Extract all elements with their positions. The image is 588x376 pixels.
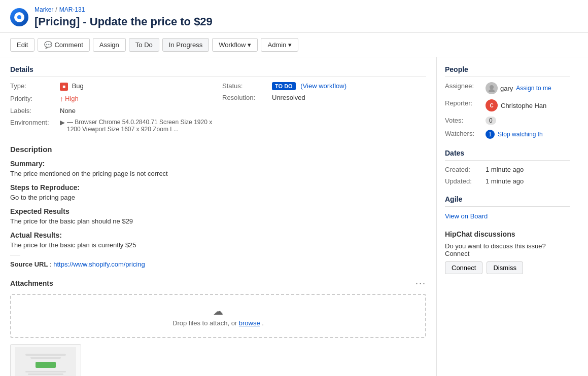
people-section-title: People <box>445 65 570 77</box>
watchers-value: 1 Stop watching th <box>486 130 543 139</box>
priority-label: Priority: <box>10 95 56 102</box>
hipchat-title: HipChat discussions <box>445 230 570 238</box>
svg-point-1 <box>489 89 495 92</box>
summary-text: The price mentioned on the pricing page … <box>10 170 426 177</box>
upload-icon: ☁ <box>21 305 415 317</box>
breadcrumb-project[interactable]: Marker <box>34 6 53 13</box>
votes-badge: 0 <box>486 117 496 125</box>
description-section-title: Description <box>10 145 426 154</box>
drop-text: Drop files to attach, or <box>172 319 239 327</box>
assign-button[interactable]: Assign <box>93 38 126 52</box>
details-section-title: Details <box>10 65 426 77</box>
divider <box>10 255 20 255</box>
bug-icon: ■ <box>60 83 68 91</box>
source-url-link[interactable]: https://www.shopify.com/pricing <box>53 260 145 268</box>
reporter-name: Christophe Han <box>501 102 546 109</box>
resolution-label: Resolution: <box>222 94 268 101</box>
steps-label: Steps to Reproduce: <box>10 183 426 192</box>
browse-suffix: . <box>262 319 264 327</box>
source-url-row: Source URL : https://www.shopify.com/pri… <box>10 260 426 268</box>
assignee-avatar <box>486 82 498 94</box>
priority-arrow-icon: ↑ <box>60 95 63 103</box>
status-label: Status: <box>222 82 268 90</box>
todo-button[interactable]: To Do <box>129 38 159 52</box>
votes-label: Votes: <box>445 117 486 124</box>
env-expand-icon[interactable]: ▶ <box>60 119 65 126</box>
reporter-label: Reporter: <box>445 99 486 107</box>
actual-label: Actual Results: <box>10 231 426 239</box>
in-progress-button[interactable]: In Progress <box>162 38 209 52</box>
attachment-thumbnail <box>10 344 81 377</box>
view-on-board-link[interactable]: View on Board <box>445 212 488 220</box>
reporter-avatar: C <box>486 99 498 111</box>
updated-label: Updated: <box>445 177 486 185</box>
watchers-badge: 1 <box>486 130 495 139</box>
steps-text: Go to the pricing page <box>10 194 426 201</box>
toolbar: Edit 💬 Comment Assign To Do In Progress … <box>0 33 588 57</box>
dismiss-button[interactable]: Dismiss <box>487 261 523 274</box>
assignee-value: gary Assign to me <box>486 82 551 94</box>
labels-label: Labels: <box>10 107 56 115</box>
page-title: [Pricing] - Update the price to $29 <box>34 15 213 28</box>
status-value: TO DO (View workflow) <box>272 82 347 90</box>
labels-value: None <box>60 107 76 115</box>
stop-watching-link[interactable]: Stop watching th <box>498 131 543 138</box>
admin-chevron-icon: ▾ <box>288 41 292 49</box>
actual-text: The price for the basic plan is currentl… <box>10 241 426 249</box>
expected-label: Expected Results <box>10 207 426 215</box>
environment-label: Environment: <box>10 119 56 126</box>
status-badge: TO DO <box>272 82 296 90</box>
updated-value: 1 minute ago <box>486 177 524 185</box>
breadcrumb-issue[interactable]: MAR-131 <box>59 6 85 13</box>
watchers-label: Watchers: <box>445 130 486 137</box>
browse-link[interactable]: browse <box>239 319 260 327</box>
thumbnail-content <box>13 345 78 377</box>
workflow-button[interactable]: Workflow ▾ <box>212 38 258 52</box>
environment-value: ▶ — Browser Chrome 54.0.2840.71 Screen S… <box>60 119 214 133</box>
assign-to-me-link[interactable]: Assign to me <box>516 85 551 92</box>
attachments-more-button[interactable]: ··· <box>416 278 426 289</box>
drop-zone[interactable]: ☁ Drop files to attach, or browse . <box>10 294 426 338</box>
summary-label: Summary: <box>10 160 426 168</box>
svg-point-0 <box>490 85 494 89</box>
type-value: ■ Bug <box>60 82 84 91</box>
workflow-chevron-icon: ▾ <box>248 41 251 49</box>
admin-button[interactable]: Admin ▾ <box>261 38 298 52</box>
dates-section-title: Dates <box>445 149 570 161</box>
app-logo <box>10 8 28 26</box>
expected-text: The price for the basic plan should ne $… <box>10 217 426 225</box>
attachments-title: Attachments <box>10 279 53 287</box>
assignee-label: Assignee: <box>445 82 486 90</box>
edit-button[interactable]: Edit <box>10 38 34 52</box>
connect-button[interactable]: Connect <box>445 261 482 274</box>
reporter-value: C Christophe Han <box>486 99 546 111</box>
priority-value: ↑ High <box>60 95 79 103</box>
type-label: Type: <box>10 82 56 90</box>
agile-section-title: Agile <box>445 195 570 207</box>
breadcrumb: Marker / MAR-131 <box>34 6 213 13</box>
created-label: Created: <box>445 166 486 173</box>
source-url-label: Source URL <box>10 260 48 268</box>
comment-icon: 💬 <box>44 41 52 49</box>
created-value: 1 minute ago <box>486 166 524 173</box>
view-workflow-link[interactable]: (View workflow) <box>300 82 347 90</box>
resolution-value: Unresolved <box>272 94 305 101</box>
hipchat-text: Do you want to discuss this issue? Conne… <box>445 242 570 257</box>
comment-button[interactable]: 💬 Comment <box>38 38 89 52</box>
assignee-name: gary <box>500 85 513 92</box>
votes-value: 0 <box>486 117 496 125</box>
